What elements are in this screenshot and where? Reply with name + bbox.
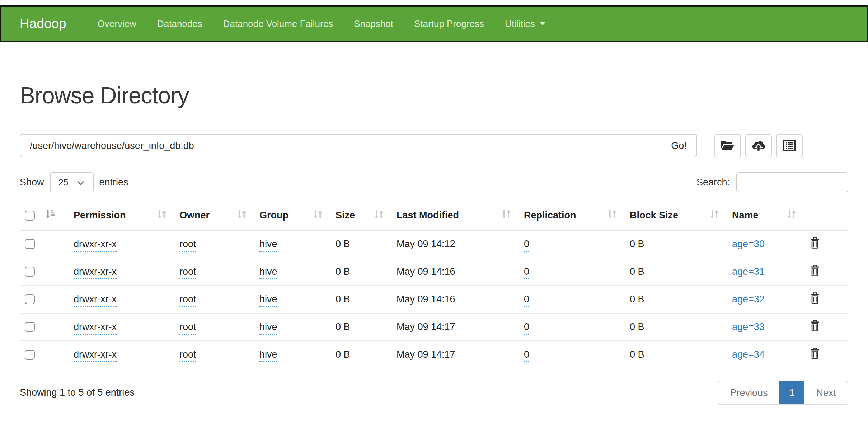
block-size-cell: 0 B (630, 266, 644, 277)
nav-item-datanodes[interactable]: Datanodes (147, 18, 213, 29)
replication-cell[interactable]: 0 (524, 266, 529, 279)
group-cell[interactable]: hive (259, 349, 277, 362)
column-header-actions (801, 201, 848, 230)
bottom-divider (5, 422, 863, 422)
chevron-down-icon (77, 177, 85, 188)
block-size-cell: 0 B (630, 321, 644, 332)
file-link[interactable]: age=32 (732, 294, 765, 305)
utilities-label: Utilities (505, 18, 535, 29)
page-title: Browse Directory (20, 82, 848, 109)
table-row: drwxr-xr-xroothive0 BMay 09 14:1600 Bage… (20, 286, 848, 313)
hadoop-brand[interactable]: Hadoop (20, 16, 66, 31)
trash-icon[interactable] (809, 236, 821, 252)
trash-icon[interactable] (809, 319, 821, 335)
replication-cell[interactable]: 0 (524, 239, 529, 252)
entries-label: entries (99, 177, 128, 188)
directory-path-input[interactable] (20, 134, 661, 157)
replication-cell[interactable]: 0 (524, 321, 529, 335)
size-cell: 0 B (336, 321, 350, 332)
group-cell[interactable]: hive (259, 294, 277, 307)
owner-cell[interactable]: root (179, 266, 196, 279)
owner-cell[interactable]: root (179, 321, 196, 335)
sort-icon (237, 209, 247, 222)
show-label: Show (20, 177, 44, 188)
file-link[interactable]: age=31 (732, 266, 765, 277)
row-checkbox[interactable] (25, 322, 35, 332)
column-header-select[interactable] (20, 201, 66, 230)
permission-cell[interactable]: drwxr-xr-x (74, 266, 117, 279)
create-directory-button[interactable] (714, 134, 741, 157)
nav-item-snapshot[interactable]: Snapshot (343, 18, 404, 29)
chevron-down-icon (539, 22, 546, 25)
go-button[interactable]: Go! (661, 134, 697, 157)
nav-item-datanode-volume-failures[interactable]: Datanode Volume Failures (213, 18, 343, 29)
column-header-name[interactable]: Name (724, 201, 801, 230)
nav-item-utilities-dropdown[interactable]: Utilities (494, 18, 556, 29)
replication-cell[interactable]: 0 (524, 349, 529, 362)
owner-cell[interactable]: root (179, 294, 196, 307)
permission-cell[interactable]: drwxr-xr-x (74, 321, 117, 335)
group-cell[interactable]: hive (259, 266, 277, 279)
column-header-replication[interactable]: Replication (516, 201, 622, 230)
row-checkbox[interactable] (25, 267, 35, 277)
last-modified-cell: May 09 14:12 (397, 239, 455, 249)
sort-icon (157, 209, 166, 222)
cut-paste-button[interactable] (776, 134, 803, 157)
file-link[interactable]: age=34 (732, 349, 765, 360)
last-modified-cell: May 09 14:17 (397, 349, 455, 360)
table-row: drwxr-xr-xroothive0 BMay 09 14:1600 Bage… (20, 258, 848, 286)
column-header-group[interactable]: Group (252, 201, 328, 230)
size-cell: 0 B (336, 349, 350, 360)
table-row: drwxr-xr-xroothive0 BMay 09 14:1700 Bage… (20, 341, 848, 368)
owner-cell[interactable]: root (179, 239, 196, 252)
nav-item-overview[interactable]: Overview (87, 18, 147, 29)
sort-icon (374, 209, 384, 222)
trash-icon[interactable] (809, 264, 821, 279)
block-size-cell: 0 B (630, 349, 644, 360)
column-header-block-size[interactable]: Block Size (622, 201, 724, 230)
column-header-permission[interactable]: Permission (66, 201, 172, 230)
last-modified-cell: May 09 14:16 (397, 294, 455, 305)
select-all-checkbox[interactable] (25, 211, 35, 221)
page-1-button[interactable]: 1 (779, 381, 804, 404)
group-cell[interactable]: hive (259, 239, 277, 252)
sort-icon (502, 209, 511, 222)
table-row: drwxr-xr-xroothive0 BMay 09 14:1200 Bage… (20, 230, 848, 258)
sort-amount-icon (46, 209, 55, 222)
list-alt-icon (783, 139, 796, 152)
next-page-button[interactable]: Next (804, 381, 848, 404)
last-modified-cell: May 09 14:17 (397, 321, 455, 332)
file-link[interactable]: age=33 (732, 321, 765, 332)
column-header-last-modified[interactable]: Last Modified (389, 201, 516, 230)
permission-cell[interactable]: drwxr-xr-x (74, 239, 117, 252)
column-header-owner[interactable]: Owner (172, 201, 252, 230)
trash-icon[interactable] (809, 292, 821, 307)
owner-cell[interactable]: root (179, 349, 196, 362)
file-link[interactable]: age=30 (732, 239, 765, 249)
group-cell[interactable]: hive (259, 321, 277, 335)
page-size-select[interactable]: 25 (50, 172, 94, 192)
permission-cell[interactable]: drwxr-xr-x (74, 349, 117, 362)
upload-file-button[interactable] (745, 134, 772, 157)
replication-cell[interactable]: 0 (524, 294, 529, 307)
column-header-size[interactable]: Size (328, 201, 389, 230)
table-row: drwxr-xr-xroothive0 BMay 09 14:1700 Bage… (20, 313, 848, 341)
previous-page-button[interactable]: Previous (718, 381, 779, 404)
permission-cell[interactable]: drwxr-xr-x (74, 294, 117, 307)
search-input[interactable] (736, 172, 848, 192)
size-cell: 0 B (336, 266, 350, 277)
showing-entries-text: Showing 1 to 5 of 5 entries (20, 387, 135, 398)
directory-table: Permission Owner Group Size Last Modifie… (20, 201, 848, 368)
trash-icon[interactable] (809, 347, 821, 362)
row-checkbox[interactable] (25, 350, 35, 360)
last-modified-cell: May 09 14:16 (397, 266, 455, 277)
top-navbar: Hadoop Overview Datanodes Datanode Volum… (0, 5, 868, 42)
nav-item-startup-progress[interactable]: Startup Progress (404, 18, 494, 29)
size-cell: 0 B (336, 294, 350, 305)
sort-icon (787, 209, 796, 222)
row-checkbox[interactable] (25, 294, 35, 304)
row-checkbox[interactable] (25, 239, 35, 249)
folder-open-icon (721, 140, 735, 152)
search-label: Search: (696, 177, 730, 188)
sort-icon (710, 209, 719, 222)
